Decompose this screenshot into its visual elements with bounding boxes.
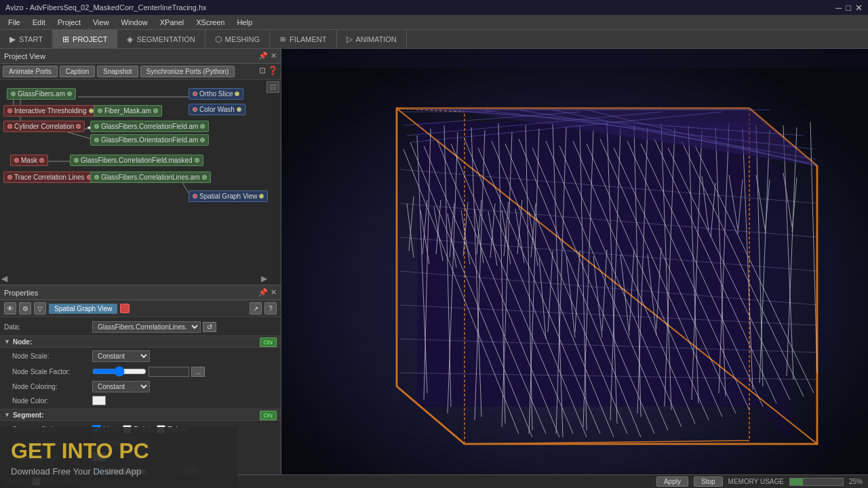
node-coloring-select[interactable]: Constant: [92, 381, 150, 392]
titlebar-title: Avizo - AdvFibersSeq_02_MaskedCorr_Cente…: [5, 3, 207, 12]
close-btn[interactable]: ✕: [855, 3, 863, 13]
node-mask-label: Mask: [21, 157, 37, 164]
menu-view[interactable]: View: [87, 17, 115, 28]
node-color-wash-label: Color Wash: [199, 106, 235, 113]
snapshot-btn[interactable]: Snapshot: [97, 66, 138, 77]
node-cylinder-corr[interactable]: Cylinder Correlation: [3, 121, 85, 132]
node-orient-field[interactable]: GlassFibers.OrientationField.am: [90, 134, 209, 146]
port-cf-out: [200, 124, 205, 129]
node-scale-factor-input[interactable]: 1.41135: [149, 367, 189, 377]
sync-ports-btn[interactable]: Synchronize Ports (Python): [140, 66, 235, 77]
props-module-color[interactable]: [120, 304, 130, 313]
menu-file[interactable]: File: [3, 17, 26, 28]
node-cf-label: GlassFibers.CorrelationField.am: [101, 123, 198, 130]
caption-btn[interactable]: Caption: [60, 66, 95, 77]
menu-window[interactable]: Window: [116, 17, 153, 28]
props-close-icon[interactable]: ✕: [271, 288, 277, 297]
node-tc-label: Trace Correlation Lines: [14, 174, 85, 181]
svg-line-5: [68, 132, 92, 139]
pv-fit-icon[interactable]: ⊡: [259, 66, 266, 77]
port-glass-fibers-in: [11, 92, 16, 96]
node-color-swatch[interactable]: [92, 396, 106, 405]
tab-animation[interactable]: ▷ ANIMATION: [337, 30, 407, 49]
tab-meshing[interactable]: ⬡ MESHING: [205, 30, 270, 49]
node-spatial-graph[interactable]: Spatial Graph View: [189, 190, 268, 202]
tab-start[interactable]: ▶ START: [0, 30, 53, 49]
animate-ports-btn[interactable]: Animate Ports: [3, 66, 58, 77]
props-header: Properties 📌 ✕: [0, 285, 281, 300]
node-toggle-on[interactable]: ON: [260, 338, 277, 347]
node-of-label: GlassFibers.OrientationField.am: [101, 136, 198, 144]
props-move-btn[interactable]: ↗: [250, 302, 262, 314]
project-canvas[interactable]: GlassFibers.am Ortho Slice Color Wash: [0, 80, 281, 285]
menu-help[interactable]: Help: [231, 17, 258, 28]
ad-title-3: PC: [113, 439, 149, 463]
prop-data-select[interactable]: GlassFibers.CorrelationLines.am: [92, 321, 201, 333]
tab-segmentation[interactable]: ◈ SEGMENTATION: [117, 30, 205, 49]
tab-mesh-label: MESHING: [225, 35, 260, 43]
main-area: Project View 📌 ✕ Animate Ports Caption S…: [0, 49, 868, 474]
fil-icon: ≋: [279, 35, 286, 44]
menu-xscreen[interactable]: XScreen: [191, 17, 230, 28]
node-scale-factor-slider[interactable]: [92, 365, 146, 378]
props-eyeball-btn[interactable]: 👁: [4, 302, 16, 314]
minimize-btn[interactable]: ─: [835, 3, 842, 13]
pv-scroll-left[interactable]: ◀: [1, 274, 7, 283]
props-settings-btn[interactable]: ⚙: [19, 302, 31, 314]
anim-icon: ▷: [347, 35, 353, 44]
statusbar-right: Apply Stop MEMORY USAGE 25%: [656, 476, 863, 487]
node-fiber-mask[interactable]: Fiber_Mask.am: [94, 105, 162, 117]
menu-project[interactable]: Project: [52, 17, 86, 28]
tabbar: ▶ START ⊞ PROJECT ◈ SEGMENTATION ⬡ MESHI…: [0, 30, 868, 49]
tab-seg-label: SEGMENTATION: [136, 35, 195, 43]
seg-section-label: Segment:: [13, 411, 44, 419]
tab-project[interactable]: ⊞ PROJECT: [53, 30, 117, 49]
seg-toggle-on[interactable]: ON: [260, 411, 277, 420]
node-scale-factor-dots-btn[interactable]: ...: [191, 367, 205, 377]
pv-fit-btn[interactable]: ⊡: [267, 81, 279, 93]
start-icon: ▶: [9, 35, 16, 44]
node-ortho-slice[interactable]: Ortho Slice: [189, 88, 243, 100]
menu-edit[interactable]: Edit: [27, 17, 51, 28]
node-color-label: Node Color:: [4, 397, 92, 405]
node-ortho-label: Ortho Slice: [199, 90, 233, 98]
prop-data-label: Data:: [4, 323, 92, 331]
node-trace-corr[interactable]: Trace Correlation Lines: [3, 171, 96, 183]
node-mask[interactable]: Mask: [10, 155, 48, 166]
tab-filament[interactable]: ≋ FILAMENT: [270, 30, 336, 49]
tab-project-label: PROJECT: [73, 35, 107, 43]
port-cm-in: [74, 158, 79, 163]
node-corr-lines[interactable]: GlassFibers.CorrelationLines.am: [90, 171, 211, 183]
apply-btn[interactable]: Apply: [656, 476, 688, 487]
props-toolbar: 👁 ⚙ ▽ Spatial Graph View ↗ ?: [0, 300, 281, 317]
memory-fill: [790, 479, 804, 485]
node-corr-field[interactable]: GlassFibers.CorrelationField.am: [90, 121, 209, 132]
node-color-wash[interactable]: Color Wash: [189, 104, 245, 115]
props-help-btn[interactable]: ?: [264, 302, 277, 314]
titlebar-controls[interactable]: ─ □ ✕: [835, 3, 863, 13]
node-corr-masked[interactable]: GlassFibers.CorrelationField.masked: [70, 155, 203, 166]
port-it-out: [89, 108, 94, 113]
pv-scroll-right[interactable]: ▶: [261, 274, 267, 283]
node-scale-select[interactable]: Constant: [92, 350, 150, 362]
port-cc-out: [76, 124, 81, 129]
viewport[interactable]: ↖ ✥ ⊕ ↺ ↻ ⌂ ⬡ ⟳ ❐ ⊗ ↕ ◫ ⊡ ⊞ ≡ ⬜ 📷: [281, 49, 868, 474]
node-interactive-thresh[interactable]: Interactive Thresholding: [3, 105, 98, 117]
pv-close-icon[interactable]: ✕: [271, 52, 277, 60]
node-fm-label: Fiber_Mask.am: [104, 107, 151, 115]
menu-xpanel[interactable]: XPanel: [155, 17, 189, 28]
viz-svg: [281, 68, 868, 474]
stop-btn[interactable]: Stop: [694, 476, 723, 487]
node-glass-fibers[interactable]: GlassFibers.am: [7, 88, 76, 100]
props-pin-icon[interactable]: 📌: [258, 288, 268, 297]
pv-zoom-icon[interactable]: ❓: [268, 66, 278, 77]
props-triangle-btn[interactable]: ▽: [34, 302, 46, 314]
prop-node-scale-factor-row: Node Scale Factor: 1.41135 ...: [0, 363, 281, 380]
port-of-in: [94, 138, 99, 142]
port-cm-out: [195, 158, 199, 163]
prop-node-coloring-row: Node Coloring: Constant: [0, 380, 281, 394]
prop-data-reload-btn[interactable]: ↺: [203, 322, 216, 332]
port-sg-in: [193, 194, 197, 199]
pv-pin-icon[interactable]: 📌: [258, 52, 268, 60]
maximize-btn[interactable]: □: [846, 3, 851, 13]
